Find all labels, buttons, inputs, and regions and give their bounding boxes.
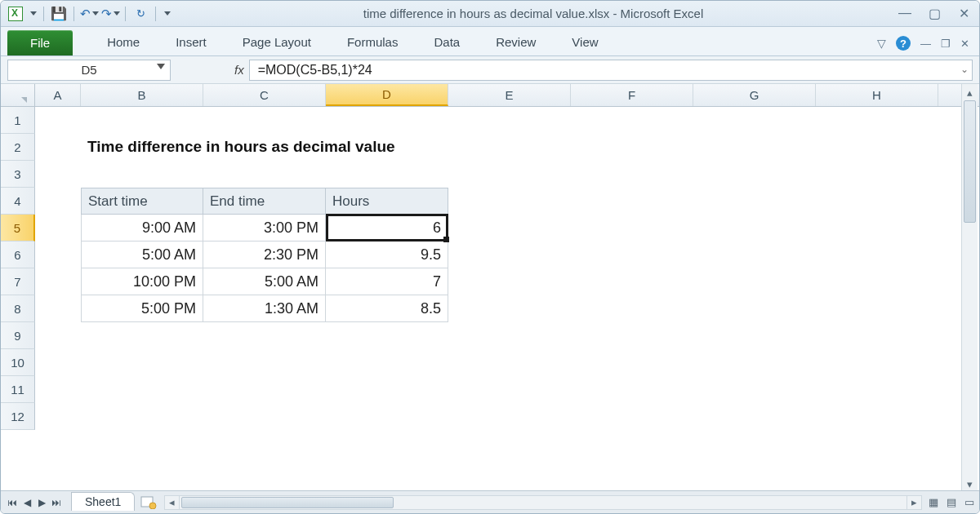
sheet-next-icon[interactable]: ▶: [35, 497, 48, 508]
cell-g1[interactable]: [693, 107, 816, 134]
svg-point-1: [149, 503, 156, 509]
scroll-up-icon[interactable]: ▴: [962, 84, 978, 100]
row-header-3[interactable]: 3: [1, 161, 35, 188]
horizontal-scrollbar[interactable]: ◂ ▸: [164, 495, 922, 510]
save-icon[interactable]: 💾: [51, 6, 67, 22]
help-icon[interactable]: ?: [896, 36, 911, 51]
table-header-start[interactable]: Start time: [81, 188, 203, 215]
col-header-c[interactable]: C: [203, 84, 326, 106]
row-header-8[interactable]: 8: [1, 295, 35, 322]
minimize-button[interactable]: ―: [896, 6, 914, 21]
cell-a1[interactable]: [35, 107, 81, 134]
scroll-thumb[interactable]: [964, 100, 976, 223]
namebox-dropdown-icon[interactable]: [157, 64, 165, 69]
row-header-7[interactable]: 7: [1, 268, 35, 295]
cell-d5[interactable]: 6: [326, 215, 448, 241]
expand-formula-icon[interactable]: ⌄: [960, 64, 969, 75]
cell-b6[interactable]: 5:00 AM: [81, 241, 203, 268]
col-header-b[interactable]: B: [81, 84, 203, 106]
workbook-close-icon[interactable]: ✕: [960, 38, 969, 50]
tab-home[interactable]: Home: [89, 29, 158, 55]
cell-f1[interactable]: [571, 107, 693, 134]
col-header-g[interactable]: G: [693, 84, 816, 106]
tab-insert[interactable]: Insert: [158, 29, 225, 55]
cell-d6[interactable]: 9.5: [326, 241, 448, 268]
new-sheet-icon[interactable]: [140, 495, 158, 510]
file-tab[interactable]: File: [7, 30, 73, 55]
row-header-12[interactable]: 12: [1, 403, 35, 430]
normal-view-icon[interactable]: ▦: [929, 496, 938, 508]
worksheet-grid[interactable]: A B C D E F G H 1 2 Time difference in h…: [1, 84, 979, 492]
formula-bar-row: D5 fx =MOD(C5-B5,1)*24 ⌄: [1, 56, 979, 84]
cell-b2-heading[interactable]: Time difference in hours as decimal valu…: [81, 134, 571, 161]
name-box[interactable]: D5: [7, 60, 171, 81]
sheet-nav-buttons: ⏮ ◀ ▶ ⏭: [6, 497, 63, 508]
qat-menu-icon[interactable]: [30, 11, 37, 16]
table-header-hours[interactable]: Hours: [326, 188, 448, 215]
cell-h1[interactable]: [816, 107, 938, 134]
cell-a2[interactable]: [35, 134, 81, 161]
row-header-2[interactable]: 2: [1, 134, 35, 161]
scroll-down-icon[interactable]: ▾: [962, 476, 978, 492]
sheet-last-icon[interactable]: ⏭: [50, 497, 63, 508]
select-all-button[interactable]: [1, 84, 35, 106]
hscroll-left-icon[interactable]: ◂: [165, 496, 180, 509]
sheet-first-icon[interactable]: ⏮: [6, 497, 19, 508]
col-header-d[interactable]: D: [326, 84, 448, 106]
qat-customize-icon[interactable]: [164, 11, 171, 16]
column-headers: A B C D E F G H: [1, 84, 979, 107]
cell-b7[interactable]: 10:00 PM: [81, 268, 203, 295]
row-header-10[interactable]: 10: [1, 349, 35, 376]
row-header-4[interactable]: 4: [1, 188, 35, 215]
col-header-h[interactable]: H: [816, 84, 938, 106]
hscroll-thumb[interactable]: [181, 497, 394, 508]
tab-formulas[interactable]: Formulas: [329, 29, 416, 55]
workbook-minimize-icon[interactable]: ―: [920, 38, 931, 50]
row-header-11[interactable]: 11: [1, 376, 35, 403]
row-header-5[interactable]: 5: [1, 215, 35, 241]
cell-b1[interactable]: [81, 107, 203, 134]
cell-e1[interactable]: [448, 107, 571, 134]
sheet-prev-icon[interactable]: ◀: [20, 497, 33, 508]
row-header-9[interactable]: 9: [1, 322, 35, 349]
col-header-f[interactable]: F: [571, 84, 693, 106]
cell-c8[interactable]: 1:30 AM: [203, 295, 326, 322]
ribbon-minimize-icon[interactable]: ▽: [877, 37, 886, 50]
tab-review[interactable]: Review: [478, 29, 554, 55]
maximize-button[interactable]: ▢: [925, 6, 943, 21]
hscroll-right-icon[interactable]: ▸: [906, 496, 921, 509]
tab-view[interactable]: View: [554, 29, 616, 55]
excel-icon[interactable]: [7, 6, 24, 22]
col-header-a[interactable]: A: [35, 84, 81, 106]
cell-b8[interactable]: 5:00 PM: [81, 295, 203, 322]
row-header-1[interactable]: 1: [1, 107, 35, 134]
table-header-end[interactable]: End time: [203, 188, 326, 215]
vertical-scrollbar[interactable]: ▴ ▾: [961, 84, 978, 492]
page-layout-view-icon[interactable]: ▤: [947, 496, 956, 508]
sheet-tab-sheet1[interactable]: Sheet1: [71, 492, 135, 511]
cell-c7[interactable]: 5:00 AM: [203, 268, 326, 295]
formula-text: =MOD(C5-B5,1)*24: [258, 63, 372, 78]
col-header-e[interactable]: E: [448, 84, 571, 106]
view-shortcuts: ▦ ▤ ▭: [929, 496, 974, 508]
cell-c5[interactable]: 3:00 PM: [203, 215, 326, 241]
sheet-tab-bar: ⏮ ◀ ▶ ⏭ Sheet1 ◂ ▸ ▦ ▤ ▭: [1, 490, 979, 513]
fx-icon[interactable]: fx: [234, 63, 244, 77]
close-button[interactable]: ✕: [955, 6, 973, 21]
undo-icon[interactable]: ↶: [81, 6, 97, 22]
refresh-icon[interactable]: ↻: [132, 6, 149, 22]
cell-c1[interactable]: [203, 107, 326, 134]
tab-data[interactable]: Data: [416, 29, 478, 55]
cell-c6[interactable]: 2:30 PM: [203, 241, 326, 268]
cell-d1[interactable]: [326, 107, 448, 134]
cell-d7[interactable]: 7: [326, 268, 448, 295]
cell-d8[interactable]: 8.5: [326, 295, 448, 322]
redo-icon[interactable]: ↷: [102, 6, 118, 22]
cell-b5[interactable]: 9:00 AM: [81, 215, 203, 241]
workbook-restore-icon[interactable]: ❐: [941, 38, 951, 50]
row-header-6[interactable]: 6: [1, 241, 35, 268]
formula-bar[interactable]: =MOD(C5-B5,1)*24 ⌄: [249, 60, 973, 81]
tab-page-layout[interactable]: Page Layout: [225, 29, 329, 55]
page-break-view-icon[interactable]: ▭: [964, 496, 974, 508]
window-title: time difference in hours as decimal valu…: [171, 7, 896, 20]
